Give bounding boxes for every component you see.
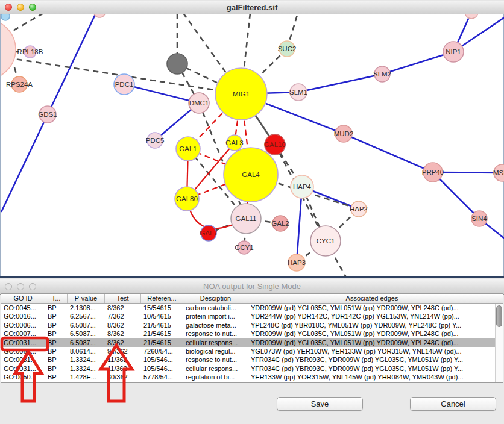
minimize-icon[interactable] (17, 4, 24, 11)
cell-go_id: GO:0006... (1, 321, 45, 329)
table-row[interactable]: GO:0031...BP1.3324...11/362105/546...res… (1, 355, 503, 364)
edge-pp[interactable] (124, 84, 199, 103)
node-gray[interactable] (167, 54, 187, 74)
cell-associated_edges: YPL248C (pd) YBR018C, YML051W (pp) YDR00… (248, 321, 496, 329)
cell-reference: 21/54615 (141, 321, 183, 329)
scrollbar-thumb[interactable] (496, 305, 502, 327)
node-bigleft[interactable] (1, 19, 16, 80)
cell-p_value: 1.3324... (68, 364, 105, 373)
table-body: GO:0045...BP2.1308...8/36215/54615carbon… (1, 304, 503, 382)
network-window-title: galFiltered.sif (0, 3, 504, 12)
cell-p_value: 6.2567... (68, 312, 105, 320)
column-header-reference[interactable]: Referen... (141, 294, 183, 303)
column-header-test[interactable]: Test (105, 294, 141, 303)
cell-go_id: GO:0050... (1, 373, 45, 381)
cell-go_id: GO:0031... (1, 338, 45, 347)
edge-pp[interactable] (298, 74, 382, 92)
cell-type: BP (45, 338, 68, 347)
cell-description: regulation of bi... (183, 373, 248, 381)
table-row[interactable]: GO:0045...BP2.1308...8/36215/54615carbon… (1, 304, 503, 312)
close-icon[interactable] (5, 283, 12, 290)
cell-description: protein import i... (183, 312, 248, 320)
vertical-scrollbar[interactable] (495, 304, 503, 382)
cell-go_id: GO:0031... (1, 364, 45, 373)
table-row[interactable]: GO:0006...BP6.5087...8/36221/54615galact… (1, 321, 503, 329)
cell-p_value: 6.5087... (68, 329, 105, 338)
cell-type: BP (45, 373, 68, 381)
table-row[interactable]: GO:0007...BP6.5087...8/36221/54615respon… (1, 329, 503, 338)
cell-associated_edges: YFR034C (pd) YBR093C, YDR009W (pd) YGL03… (248, 364, 496, 373)
node-label: GAL7 (200, 229, 217, 237)
node-label: SLM2 (373, 70, 391, 78)
node-label: GAL11 (236, 215, 257, 222)
node-label: GAL2 (271, 220, 289, 227)
cell-p_value: 1.3324... (68, 355, 105, 364)
cell-description: response to nut... (183, 355, 248, 364)
node-label: PDC1 (115, 81, 134, 88)
column-header-p_value[interactable]: P-value (68, 294, 105, 303)
table-footer-divider (1, 382, 503, 382)
save-button[interactable]: Save (277, 397, 363, 411)
node-label: SLM1 (289, 89, 307, 96)
node-label: DMC1 (189, 99, 209, 107)
zoom-icon[interactable] (29, 283, 36, 290)
table-row[interactable]: GO:0065...BP8.0614...94/3627260/54...bio… (1, 347, 503, 355)
node-label: NIP1 (446, 48, 461, 55)
screen: { "network_window": { "title": "galFilte… (0, 0, 504, 424)
column-header-go_id[interactable]: GO ID (1, 294, 45, 303)
node-label: GCY1 (235, 244, 253, 251)
cell-description: response to nut... (183, 329, 248, 338)
network-window: RPL18BRPS24AGDS1PDC1MIG1DMC1SUC2SLM1SLM2… (0, 0, 504, 278)
node-label: GDS1 (38, 111, 57, 118)
cell-test: 8/362 (105, 329, 141, 338)
cell-reference: 10/54615 (141, 312, 183, 320)
cell-type: BP (45, 355, 68, 364)
node-label: MSL5 (493, 169, 504, 176)
network-titlebar[interactable]: galFiltered.sif (0, 0, 504, 14)
cell-go_id: GO:0016... (1, 312, 45, 320)
noa-output-window: NOA output for Single Mode GO IDT...P-va… (0, 278, 504, 424)
node-label: MIG1 (233, 90, 250, 98)
cell-test: 8/362 (105, 304, 141, 312)
noa-window-title: NOA output for Single Mode (0, 282, 504, 291)
cell-test: 11/362 (105, 355, 141, 364)
node-label: MUD2 (334, 130, 354, 137)
edge-pp[interactable] (382, 52, 453, 74)
table-header-row: GO IDT...P-valueTestReferen...Desciption… (1, 294, 503, 304)
cell-test: 11/362 (105, 364, 141, 373)
node-label: SIN4 (471, 215, 487, 222)
edge-pp[interactable] (344, 134, 433, 172)
node-label: HAP2 (350, 205, 368, 213)
cell-type: BP (45, 364, 68, 373)
minimize-icon[interactable] (17, 283, 24, 290)
table-row[interactable]: GO:0031...BP1.3324...11/362105/546...cel… (1, 364, 503, 373)
column-header-description[interactable]: Desciption (183, 294, 248, 303)
cell-p_value: 2.1308... (68, 304, 105, 312)
column-header-type[interactable]: T... (45, 294, 68, 303)
cell-type: BP (45, 347, 68, 355)
cell-test: 8/362 (105, 321, 141, 329)
table-row[interactable]: GO:0031...BP6.5087...8/36221/54615cellul… (1, 338, 503, 347)
cell-associated_edges: YGL073W (pd) YER103W, YER133W (pp) YOR31… (248, 347, 496, 355)
network-canvas[interactable]: RPL18BRPS24AGDS1PDC1MIG1DMC1SUC2SLM1SLM2… (0, 13, 504, 276)
cell-type: BP (45, 329, 68, 338)
node-label: PRP40 (422, 169, 444, 176)
node-label: GAL4 (242, 171, 260, 178)
table-row[interactable]: GO:0016...BP6.2567...7/36210/54615protei… (1, 312, 503, 320)
noa-titlebar[interactable]: NOA output for Single Mode (0, 278, 504, 295)
node-label: HAP3 (288, 259, 306, 266)
node-label: HAP4 (293, 183, 312, 190)
cell-test: 7/362 (105, 312, 141, 320)
cell-test: 94/362 (105, 347, 141, 355)
cell-associated_edges: YDR009W (pd) YGL035C, YML051W (pp) YDR00… (248, 338, 496, 347)
column-header-associated_edges[interactable]: Associated edges (248, 294, 496, 303)
edge-pd[interactable] (12, 13, 43, 31)
cell-description: cellular respons... (183, 338, 248, 347)
node-label: PDC5 (146, 137, 165, 144)
zoom-icon[interactable] (29, 4, 36, 11)
close-icon[interactable] (5, 4, 12, 11)
cell-description: carbon cataboli... (183, 304, 248, 312)
table-row[interactable]: GO:0050...BP1.428E...80/3625778/54...reg… (1, 373, 503, 381)
cancel-button[interactable]: Cancel (410, 397, 496, 411)
node-label: RPL18B (17, 48, 43, 55)
